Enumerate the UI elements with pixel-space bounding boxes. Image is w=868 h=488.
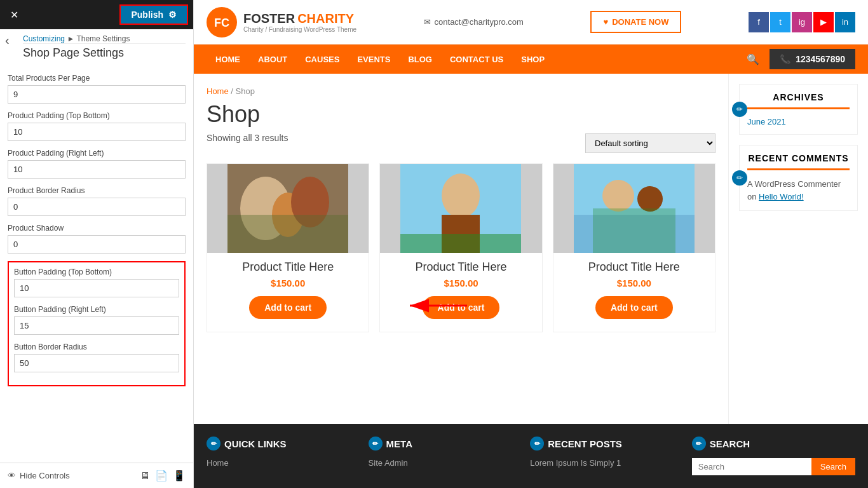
footer-meta-edit[interactable]: ✏ (369, 437, 383, 451)
hide-controls-label: Hide Controls (20, 471, 70, 480)
footer-quick-links-title: ✏ QUICK LINKS (207, 437, 349, 451)
back-button[interactable]: ‹ (5, 33, 10, 48)
panel-title: Shop Page Settings (23, 44, 186, 65)
product-image-3 (553, 164, 715, 253)
footer-search-edit[interactable]: ✏ (692, 437, 706, 451)
nav-causes[interactable]: CAUSES (296, 44, 348, 74)
add-to-cart-button-2[interactable]: Add to cart (423, 296, 500, 319)
recent-comments-widget: ✏ RECENT COMMENTS A WordPress Commenter … (739, 145, 858, 211)
archives-edit-button[interactable]: ✏ (732, 102, 747, 117)
linkedin-icon[interactable]: in (835, 12, 855, 32)
email-icon: ✉ (424, 17, 431, 27)
nav-contact[interactable]: CONTACT US (441, 44, 512, 74)
footer-posts-edit[interactable]: ✏ (530, 437, 544, 451)
svg-point-13 (637, 186, 663, 212)
add-to-cart-button-1[interactable]: Add to cart (249, 296, 327, 319)
nav-about[interactable]: ABOUT (249, 44, 296, 74)
logo-area: FC FOSTER CHARITY Charity / Fundraising … (207, 7, 356, 37)
site-header: FC FOSTER CHARITY Charity / Fundraising … (194, 0, 868, 44)
results-count: Showing all 3 results (207, 133, 288, 143)
product-card-3: Product Title Here $150.00 Add to cart (553, 163, 715, 332)
twitter-icon[interactable]: t (770, 12, 790, 32)
sort-dropdown[interactable]: Default sorting Sort by popularity Sort … (585, 133, 715, 153)
field-input-border-radius[interactable] (8, 198, 186, 216)
recent-comments-title: RECENT COMMENTS (747, 153, 850, 170)
heart-icon: ♥ (603, 17, 608, 27)
breadcrumb-parent[interactable]: Customizing (23, 34, 65, 43)
search-icon[interactable]: 🔍 (747, 53, 759, 65)
footer-quick-links-edit[interactable]: ✏ (207, 437, 220, 451)
breadcrumb-home-link[interactable]: Home (207, 86, 229, 96)
customizer-top-bar: ✕ Publish ⚙ (0, 0, 193, 29)
product-img-svg-3 (574, 164, 695, 253)
add-to-cart-button-3[interactable]: Add to cart (595, 296, 673, 319)
comment-on: on (747, 192, 759, 201)
facebook-icon[interactable]: f (749, 12, 769, 32)
field-label-total-products: Total Products Per Page (8, 74, 186, 83)
site-footer: ✏ QUICK LINKS Home ✏ META Site Admin ✏ R… (194, 424, 868, 488)
product-image-2 (380, 164, 541, 253)
archives-june-link[interactable]: June 2021 (747, 117, 850, 126)
field-btn-border-radius: Button Border Radius (14, 342, 179, 372)
footer-search-title: ✏ SEARCH (692, 437, 855, 451)
field-input-btn-padding-rl[interactable] (14, 316, 179, 335)
field-label-border-radius: Product Border Radius (8, 186, 186, 195)
field-input-padding-rl[interactable] (8, 160, 186, 179)
product-image-1 (207, 164, 369, 253)
youtube-icon[interactable]: ▶ (813, 12, 834, 32)
breadcrumb-current: Theme Settings (76, 34, 130, 43)
instagram-icon[interactable]: ig (792, 12, 812, 32)
svg-point-8 (442, 173, 480, 218)
footer-search-button[interactable]: Search (811, 458, 855, 475)
eye-icon: 👁 (8, 471, 16, 480)
field-label-btn-border-radius: Button Border Radius (14, 342, 179, 351)
donate-button[interactable]: ♥ DONATE NOW (590, 11, 681, 33)
field-label-btn-padding-tb: Button Padding (Top Bottom) (14, 268, 179, 276)
field-label-shadow: Product Shadow (8, 224, 186, 233)
field-input-btn-border-radius[interactable] (14, 354, 179, 372)
shop-sidebar: ✏ ARCHIVES June 2021 ✏ RECENT COMMENTS A… (728, 74, 868, 424)
logo-tagline: Charity / Fundraising WordPress Theme (243, 26, 356, 34)
field-padding-rl: Product Padding (Right Left) (8, 149, 186, 179)
field-input-total-products[interactable] (8, 85, 186, 104)
product-card-1: Product Title Here $150.00 Add to cart (207, 163, 369, 332)
commenter-name: A WordPress Commenter (747, 179, 841, 189)
field-input-padding-tb[interactable] (8, 123, 186, 141)
site-nav: HOME ABOUT CAUSES EVENTS BLOG CONTACT US… (194, 44, 868, 74)
nav-shop[interactable]: SHOP (512, 44, 553, 74)
nav-blog[interactable]: BLOG (399, 44, 441, 74)
footer-post-1-link[interactable]: Lorem Ipsum Is Simply 1 (530, 458, 673, 468)
products-grid-wrapper: Product Title Here $150.00 Add to cart (207, 163, 715, 332)
logo-icon: FC (207, 7, 237, 37)
footer-recent-posts-label: RECENT POSTS (548, 438, 622, 449)
nav-events[interactable]: EVENTS (348, 44, 399, 74)
close-button[interactable]: ✕ (5, 6, 24, 24)
logo-foster: FOSTER (243, 11, 295, 26)
product-title-3: Product Title Here (561, 261, 707, 274)
donate-label: DONATE NOW (612, 17, 668, 27)
nav-links: HOME ABOUT CAUSES EVENTS BLOG CONTACT US… (207, 44, 553, 74)
archives-widget: ✏ ARCHIVES June 2021 (739, 84, 858, 135)
svg-rect-10 (400, 234, 521, 253)
nav-right: 🔍 📞 1234567890 (747, 49, 855, 69)
field-input-shadow[interactable] (8, 235, 186, 254)
field-border-radius: Product Border Radius (8, 186, 186, 216)
footer-site-admin-link[interactable]: Site Admin (369, 458, 512, 468)
footer-home-link[interactable]: Home (207, 458, 349, 468)
phone-area: 📞 1234567890 (770, 49, 855, 69)
tablet-icon[interactable]: 📄 (155, 470, 168, 482)
mobile-icon[interactable]: 📱 (173, 470, 186, 482)
desktop-icon[interactable]: 🖥 (140, 470, 150, 482)
gear-icon: ⚙ (168, 10, 177, 20)
footer-search-input[interactable] (692, 458, 811, 475)
field-input-btn-padding-tb[interactable] (14, 279, 179, 297)
field-label-btn-padding-rl: Button Padding (Right Left) (14, 305, 179, 314)
hide-controls-button[interactable]: 👁 Hide Controls (8, 471, 70, 480)
hello-world-link[interactable]: Hello World! (759, 192, 804, 201)
field-padding-tb: Product Padding (Top Bottom) (8, 111, 186, 141)
publish-button[interactable]: Publish ⚙ (119, 4, 188, 25)
nav-home[interactable]: HOME (207, 44, 249, 74)
comments-edit-button[interactable]: ✏ (732, 170, 747, 186)
shop-breadcrumb: Home / Shop (207, 86, 715, 96)
logo-charity: CHARITY (297, 11, 354, 26)
